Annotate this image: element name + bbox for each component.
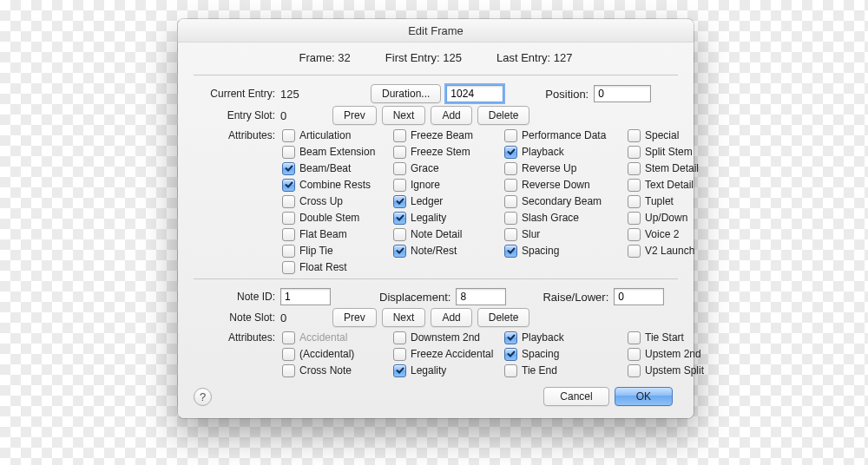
checkbox-label: Playback [522,331,564,344]
raise-lower-label: Raise/Lower: [542,291,608,304]
checkbox-box [282,212,295,225]
entry-slot-label: Entry Slot: [194,109,280,121]
checkbox-label: Slur [522,228,540,240]
checkbox-stem-detail[interactable]: Stem Detail [628,160,706,176]
checkbox-combine-rests[interactable]: Combine Rests [282,177,391,193]
duration-input[interactable] [446,85,503,102]
checkbox-spacing[interactable]: Spacing [504,346,626,362]
checkbox-label: Articulation [299,129,351,141]
checkbox-label: Special [645,129,679,141]
entry-attributes-label: Attributes: [194,129,280,141]
current-entry-value: 125 [280,88,332,101]
checkbox-note-rest[interactable]: Note/Rest [393,243,503,259]
checkbox-label: Freeze Accidental [411,348,493,360]
checkbox-playback[interactable]: Playback [504,144,626,160]
checkbox-label: Upstem Split [645,364,704,377]
checkbox-upstem-split[interactable]: Upstem Split [628,363,706,378]
checkbox-box [504,162,517,175]
checkbox-label: Voice 2 [645,228,679,240]
checkbox-cross-note[interactable]: Cross Note [282,363,391,378]
checkbox-split-stem[interactable]: Split Stem [628,144,706,160]
checkbox-label: Ignore [411,179,440,191]
checkbox-label: Spacing [522,348,559,360]
note-delete-button[interactable]: Delete [477,308,530,327]
checkbox-cross-up[interactable]: Cross Up [282,193,391,209]
checkbox-box [628,245,641,258]
checkbox-float-rest[interactable]: Float Rest [282,259,391,275]
raise-lower-input[interactable] [614,288,664,305]
help-button[interactable]: ? [194,388,212,406]
checkbox-slur[interactable]: Slur [504,226,626,242]
entry-add-button[interactable]: Add [431,106,471,125]
checkbox-freeze-stem[interactable]: Freeze Stem [393,144,503,160]
checkbox-box [282,195,295,208]
checkbox-label: Stem Detail [645,162,699,174]
checkbox-label: Flat Beam [299,228,347,240]
checkbox-voice-2[interactable]: Voice 2 [628,226,706,242]
first-entry-label: First Entry: [385,51,440,64]
checkbox-box [282,261,295,274]
checkbox-upstem-2nd[interactable]: Upstem 2nd [628,346,706,362]
checkbox-label: Grace [411,162,439,174]
checkbox-label: Text Detail [645,179,694,191]
checkbox-playback[interactable]: Playback [504,330,626,345]
checkbox-special[interactable]: Special [628,128,706,143]
checkbox-label: V2 Launch [645,245,694,257]
checkbox-flip-tie[interactable]: Flip Tie [282,243,391,259]
checkbox-beam-extension[interactable]: Beam Extension [282,144,391,160]
checkbox-reverse-down[interactable]: Reverse Down [504,177,626,193]
note-add-button[interactable]: Add [431,308,471,327]
first-entry-value: 125 [443,51,462,64]
checkbox-accidental: Accidental [282,330,391,345]
checkbox-label: Slash Grace [522,212,579,224]
note-id-label: Note ID: [194,291,280,303]
checkbox-downstem-2nd[interactable]: Downstem 2nd [393,330,503,345]
checkbox-legality[interactable]: Legality [393,363,503,378]
checkbox-tuplet[interactable]: Tuplet [628,193,706,209]
checkbox-box [282,331,295,344]
checkbox-grace[interactable]: Grace [393,160,503,176]
displacement-input[interactable] [456,288,506,305]
checkbox-freeze-accidental[interactable]: Freeze Accidental [393,346,503,362]
note-prev-button[interactable]: Prev [332,308,377,327]
entry-next-button[interactable]: Next [382,106,426,125]
checkbox-beam-beat[interactable]: Beam/Beat [282,160,391,176]
checkbox-secondary-beam[interactable]: Secondary Beam [504,193,626,209]
checkbox-ledger[interactable]: Ledger [393,193,503,209]
checkbox-v2-launch[interactable]: V2 Launch [628,243,706,259]
checkbox-spacing[interactable]: Spacing [504,243,626,259]
checkbox-articulation[interactable]: Articulation [282,128,391,143]
checkbox-reverse-up[interactable]: Reverse Up [504,160,626,176]
note-id-input[interactable] [280,288,331,305]
checkbox-box [282,162,295,175]
duration-button[interactable]: Duration... [371,84,441,103]
checkbox-box [504,195,517,208]
checkbox-label: Cross Note [299,364,352,377]
checkbox-freeze-beam[interactable]: Freeze Beam [393,128,503,143]
checkbox-tie-start[interactable]: Tie Start [628,330,706,345]
checkbox-performance-data[interactable]: Performance Data [504,128,626,143]
ok-button[interactable]: OK [615,387,673,406]
checkbox-box [628,228,641,241]
checkbox-text-detail[interactable]: Text Detail [628,177,706,193]
cancel-button[interactable]: Cancel [543,387,608,406]
checkbox-label: Flip Tie [299,245,333,257]
checkbox-box [504,179,517,192]
checkbox-box [393,162,406,175]
checkbox-up-down[interactable]: Up/Down [628,210,706,226]
entry-prev-button[interactable]: Prev [332,106,377,125]
entry-delete-button[interactable]: Delete [477,106,530,125]
checkbox-double-stem[interactable]: Double Stem [282,210,391,226]
checkbox-flat-beam[interactable]: Flat Beam [282,226,391,242]
note-next-button[interactable]: Next [382,308,426,327]
checkbox-legality[interactable]: Legality [393,210,503,226]
checkbox-tie-end[interactable]: Tie End [504,363,626,378]
checkbox-ignore[interactable]: Ignore [393,177,503,193]
checkbox--accidental-[interactable]: (Accidental) [282,346,391,362]
checkbox-box [628,331,641,344]
position-input[interactable] [594,85,651,102]
checkbox-slash-grace[interactable]: Slash Grace [504,210,626,226]
checkbox-label: Ledger [411,195,443,207]
checkbox-note-detail[interactable]: Note Detail [393,226,503,242]
checkbox-label: Cross Up [299,195,343,207]
